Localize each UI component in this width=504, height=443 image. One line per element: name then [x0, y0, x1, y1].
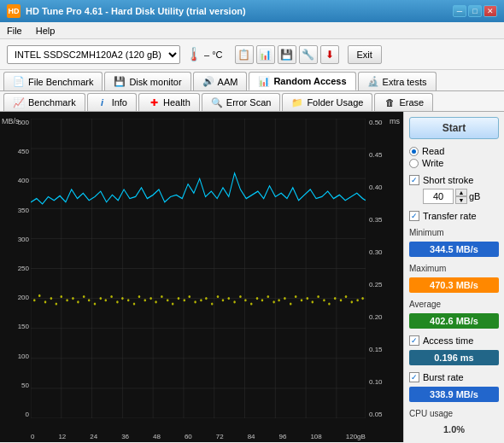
write-radio[interactable] — [409, 159, 419, 168]
menu-bar: File Help — [0, 22, 504, 39]
burst-rate-value: 338.9 MB/s — [409, 387, 499, 402]
svg-point-77 — [328, 302, 331, 305]
svg-point-46 — [155, 300, 157, 303]
access-time-label: Access time — [423, 335, 473, 346]
svg-point-34 — [88, 299, 91, 301]
close-button[interactable]: ✕ — [483, 5, 497, 17]
x-label-0: 0 — [31, 433, 34, 440]
short-stroke-item[interactable]: ✓ Short stroke — [409, 175, 499, 185]
access-time-item: ✓ Access time — [409, 335, 499, 346]
y-label-500: 500 — [2, 119, 29, 126]
tab-extra-tests[interactable]: 🔬 Extra tests — [358, 72, 437, 90]
toolbar-icon-2[interactable]: 📊 — [256, 45, 275, 64]
gb-field[interactable] — [423, 189, 454, 204]
svg-point-26 — [44, 300, 47, 303]
svg-point-27 — [50, 297, 53, 300]
svg-point-39 — [116, 300, 119, 303]
svg-point-37 — [104, 299, 107, 301]
tab-erase[interactable]: 🗑 Erase — [374, 93, 433, 111]
x-label-60: 60 — [185, 433, 192, 440]
burst-rate-checkbox[interactable]: ✓ — [409, 372, 419, 382]
x-label-12: 12 — [58, 433, 66, 440]
short-stroke-checkbox[interactable]: ✓ — [409, 175, 419, 185]
svg-point-50 — [178, 297, 180, 300]
tab-health[interactable]: ✚ Health — [138, 93, 200, 111]
tab-folder-usage-label: Folder Usage — [307, 97, 363, 108]
transfer-rate-label: Transfer rate — [423, 211, 477, 221]
y-label-100: 100 — [2, 353, 29, 360]
y-right-025: 0.25 — [369, 281, 401, 289]
average-value: 402.6 MB/s — [409, 313, 499, 329]
svg-point-73 — [307, 297, 309, 300]
file-menu[interactable]: File — [3, 25, 26, 37]
maximize-button[interactable]: □ — [468, 5, 482, 17]
read-radio[interactable] — [409, 147, 419, 156]
toolbar-icon-5[interactable]: ⬇ — [320, 45, 339, 64]
svg-point-49 — [172, 302, 174, 305]
transfer-rate-checkbox[interactable]: ✓ — [409, 211, 419, 221]
tab-disk-monitor[interactable]: 💾 Disk monitor — [104, 72, 190, 90]
maximum-value: 470.3 MB/s — [409, 277, 499, 293]
burst-rate-label: Burst rate — [423, 372, 464, 382]
access-time-checkbox[interactable]: ✓ — [409, 335, 419, 346]
sidebar: Start Read Write ✓ Short stroke ▲ ▼ gB — [403, 112, 504, 442]
svg-point-33 — [83, 295, 85, 298]
svg-point-51 — [184, 299, 186, 301]
exit-button[interactable]: Exit — [348, 45, 382, 64]
svg-point-69 — [284, 297, 286, 300]
read-radio-item[interactable]: Read — [409, 146, 499, 156]
y-right-010: 0.10 — [369, 378, 401, 386]
help-menu[interactable]: Help — [32, 25, 59, 37]
toolbar-icon-3[interactable]: 💾 — [278, 45, 296, 64]
svg-point-71 — [295, 295, 297, 298]
svg-point-78 — [334, 297, 337, 300]
x-label-120: 120gB — [346, 433, 366, 440]
average-label: Average — [409, 300, 499, 309]
tab-error-scan[interactable]: 🔍 Error Scan — [202, 93, 281, 111]
write-radio-item[interactable]: Write — [409, 158, 499, 168]
tab-info[interactable]: i Info — [87, 93, 137, 111]
burst-rate-item: ✓ Burst rate — [409, 372, 499, 382]
spin-up-button[interactable]: ▲ — [455, 189, 467, 196]
health-icon: ✚ — [148, 96, 160, 108]
svg-point-58 — [222, 299, 225, 301]
svg-point-45 — [149, 297, 152, 300]
toolbar: INTEL SSDSC2MH120A2 (120 gB) 🌡️ – °C 📋 📊… — [0, 39, 504, 70]
read-write-group: Read Write — [409, 146, 499, 168]
main-content: MB/s ms trial version — [0, 112, 504, 442]
minimize-button[interactable]: ─ — [453, 5, 466, 17]
start-button[interactable]: Start — [409, 117, 499, 139]
tab-aam-label: AAM — [218, 77, 238, 87]
svg-point-79 — [340, 299, 343, 301]
tab-health-label: Health — [163, 97, 190, 108]
svg-point-75 — [317, 295, 319, 298]
tab-benchmark-label: Benchmark — [28, 97, 76, 108]
y-label-250: 250 — [2, 265, 29, 272]
y-right-040: 0.40 — [369, 184, 401, 191]
tab-aam[interactable]: 🔊 AAM — [193, 72, 248, 90]
spin-down-button[interactable]: ▼ — [455, 196, 467, 204]
tab-random-access-label: Random Access — [273, 76, 346, 86]
x-label-96: 96 — [279, 433, 287, 440]
extra-tests-icon: 🔬 — [367, 76, 379, 88]
y-label-0: 0 — [2, 411, 29, 418]
y-label-450: 450 — [2, 148, 29, 155]
y-label-50: 50 — [2, 382, 29, 389]
cpu-usage-label: CPU usage — [409, 409, 499, 418]
svg-point-35 — [94, 302, 97, 305]
tab-folder-usage[interactable]: 📁 Folder Usage — [282, 93, 372, 111]
y-right-035: 0.35 — [369, 216, 401, 224]
x-label-48: 48 — [153, 433, 161, 440]
tab-random-access[interactable]: 📊 Random Access — [249, 72, 355, 90]
drive-dropdown[interactable]: INTEL SSDSC2MH120A2 (120 gB) — [7, 45, 180, 64]
title-bar: HD HD Tune Pro 4.61 - Hard Disk Utility … — [0, 0, 504, 22]
toolbar-icon-4[interactable]: 🔧 — [299, 45, 318, 64]
toolbar-icon-1[interactable]: 📋 — [235, 45, 254, 64]
tab-file-benchmark[interactable]: 📄 File Benchmark — [3, 72, 103, 90]
write-label: Write — [422, 158, 443, 168]
tabs-row2: 📈 Benchmark i Info ✚ Health 🔍 Error Scan… — [0, 91, 504, 112]
tab-benchmark[interactable]: 📈 Benchmark — [3, 93, 85, 111]
y-right-015: 0.15 — [369, 346, 401, 353]
svg-point-63 — [250, 302, 253, 305]
y-label-200: 200 — [2, 294, 29, 301]
